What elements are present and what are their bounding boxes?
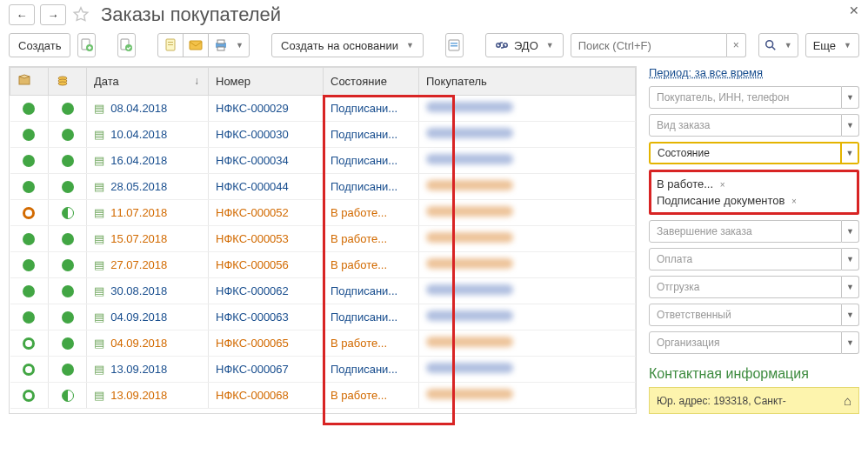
filter-order-type-input[interactable]: Вид заказа — [649, 114, 842, 137]
cell-buyer-blurred — [426, 258, 513, 269]
cell-date: 11.07.2018 — [110, 206, 167, 219]
col-number-header[interactable]: Номер — [209, 68, 324, 96]
printer-icon — [214, 38, 228, 52]
col-status2-header[interactable] — [49, 68, 87, 96]
cell-number: НФКС-000052 — [216, 206, 289, 219]
status-circle-icon — [23, 311, 35, 324]
filter-buyer-input[interactable]: Покупатель, ИНН, телефон — [649, 86, 842, 109]
document-ok-icon: ▤ — [94, 206, 104, 219]
more-button[interactable]: Еще ▼ — [805, 33, 859, 57]
status-circle-icon — [62, 233, 74, 245]
col-date-header[interactable]: Дата↓ — [87, 68, 209, 96]
svg-line-17 — [771, 47, 775, 50]
state-tag-label: Подписание документов — [657, 194, 785, 207]
cell-state: Подписани... — [331, 102, 397, 115]
document-ok-icon: ▤ — [94, 128, 104, 141]
document-ok-icon: ▤ — [94, 389, 104, 402]
col-date-label: Дата — [94, 75, 119, 88]
cell-number: НФКС-000034 — [216, 154, 289, 167]
svg-rect-7 — [190, 41, 202, 50]
nav-back-button[interactable]: ← — [9, 4, 35, 25]
create-based-quick-button[interactable] — [117, 33, 136, 57]
home-icon[interactable]: ⌂ — [844, 393, 851, 408]
filter-state-dd[interactable]: ▼ — [842, 142, 859, 164]
document-ok-icon: ▤ — [94, 337, 104, 350]
cell-buyer-blurred — [426, 389, 513, 399]
table-row[interactable]: ▤ 10.04.2018НФКС-000030Подписани... — [10, 122, 636, 148]
favorite-star-icon[interactable] — [71, 5, 90, 24]
table-row[interactable]: ▤ 08.04.2018НФКС-000029Подписани... — [10, 96, 636, 122]
cell-number: НФКС-000030 — [216, 128, 289, 141]
table-row[interactable]: ▤ 13.09.2018НФКС-000067Подписани... — [10, 357, 636, 383]
create-button[interactable]: Создать — [9, 33, 70, 57]
svg-rect-12 — [451, 43, 457, 44]
cell-buyer-blurred — [426, 180, 513, 190]
col-status1-header[interactable] — [10, 68, 49, 96]
document-ok-icon: ▤ — [94, 284, 104, 297]
filter-order-type-dd[interactable]: ▼ — [842, 114, 859, 137]
table-row[interactable]: ▤ 04.09.2018НФКС-000063Подписани... — [10, 304, 636, 330]
filter-completion-input[interactable]: Завершение заказа — [649, 220, 842, 243]
cell-state: В работе... — [331, 389, 387, 402]
nav-forward-button[interactable]: → — [40, 4, 66, 25]
table-row[interactable]: ▤ 13.09.2018НФКС-000068В работе... — [10, 383, 636, 409]
state-tag-signing[interactable]: Подписание документов × — [657, 192, 851, 209]
filter-completion-dd[interactable]: ▼ — [842, 220, 859, 243]
filter-shipping-input[interactable]: Отгрузка — [649, 276, 842, 298]
sort-asc-icon: ↓ — [194, 75, 199, 87]
cell-state: В работе... — [331, 206, 387, 219]
create-based-on-button[interactable]: Создать на основании ▼ — [271, 33, 424, 57]
table-row[interactable]: ▤ 15.07.2018НФКС-000053В работе... — [10, 226, 636, 252]
table-row[interactable]: ▤ 04.09.2018НФКС-000065В работе... — [10, 330, 636, 357]
status-circle-icon — [23, 181, 35, 193]
extra-icon-button[interactable] — [445, 33, 464, 57]
edo-button[interactable]: ЭДО ▼ — [485, 33, 564, 57]
mail-button[interactable] — [183, 33, 209, 57]
cell-date: 04.09.2018 — [110, 337, 167, 350]
status-moon-icon — [62, 390, 74, 402]
cell-state: Подписани... — [331, 363, 397, 376]
filter-payment-dd[interactable]: ▼ — [842, 248, 859, 270]
svg-point-15 — [504, 43, 507, 47]
svg-point-21 — [58, 82, 67, 85]
filter-responsible-dd[interactable]: ▼ — [842, 304, 859, 326]
status-circle-icon — [23, 364, 35, 376]
tag-remove-icon[interactable]: × — [791, 197, 797, 206]
table-row[interactable]: ▤ 11.07.2018НФКС-000052В работе... — [10, 200, 636, 226]
cell-number: НФКС-000068 — [216, 389, 289, 402]
filter-payment-input[interactable]: Оплата — [649, 248, 842, 270]
filter-responsible-input[interactable]: Ответственный — [649, 304, 842, 326]
document-ok-icon: ▤ — [94, 154, 104, 167]
close-button[interactable]: ✕ — [849, 3, 859, 17]
filter-shipping-dd[interactable]: ▼ — [842, 276, 859, 298]
attach-button[interactable] — [157, 33, 184, 57]
filter-org-input[interactable]: Организация — [649, 331, 842, 354]
period-link[interactable]: Период: за все время — [649, 66, 763, 79]
status-circle-icon — [23, 285, 35, 297]
table-row[interactable]: ▤ 16.04.2018НФКС-000034Подписани... — [10, 148, 636, 174]
table-row[interactable]: ▤ 27.07.2018НФКС-000056В работе... — [10, 252, 636, 278]
table-row[interactable]: ▤ 30.08.2018НФКС-000062Подписани... — [10, 278, 636, 304]
filter-state-input[interactable]: Состояние — [649, 142, 842, 164]
filter-org-dd[interactable]: ▼ — [842, 331, 859, 354]
svg-point-3 — [125, 44, 132, 51]
table-row[interactable]: ▤ 28.05.2018НФКС-000044Подписани... — [10, 174, 636, 200]
create-based-label: Создать на основании — [281, 39, 398, 52]
col-buyer-header[interactable]: Покупатель — [419, 68, 636, 96]
state-tag-inwork[interactable]: В работе... × — [657, 176, 851, 192]
search-clear-button[interactable]: × — [727, 33, 746, 57]
status-circle-icon — [62, 155, 74, 167]
cell-buyer-blurred — [426, 363, 513, 373]
tag-remove-icon[interactable]: × — [720, 180, 725, 190]
svg-point-16 — [765, 41, 772, 48]
search-input[interactable] — [571, 33, 727, 57]
create-copy-button[interactable] — [77, 33, 96, 57]
search-button[interactable]: ▼ — [758, 33, 798, 57]
cell-date: 13.09.2018 — [110, 389, 167, 402]
chevron-down-icon: ▼ — [785, 41, 792, 50]
print-button[interactable]: ▼ — [208, 33, 250, 57]
chevron-down-icon: ▼ — [844, 41, 851, 50]
cell-number: НФКС-000063 — [216, 310, 289, 324]
col-state-header[interactable]: Состояние — [324, 68, 419, 96]
filter-buyer-dd[interactable]: ▼ — [842, 86, 859, 109]
